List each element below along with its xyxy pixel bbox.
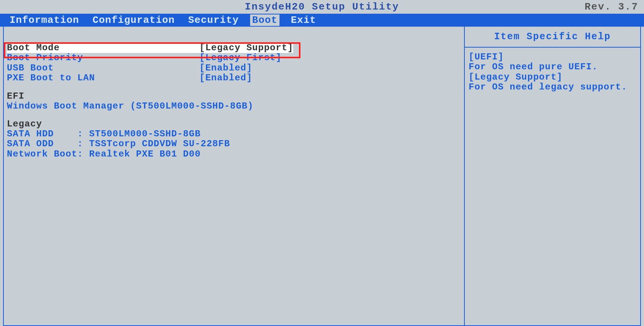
title-bar: InsydeH20 Setup Utility Rev. 3.7 [0, 0, 644, 14]
setting-label: Boot Mode [7, 43, 199, 53]
help-line: [UEFI] [469, 52, 636, 62]
help-line: [Legacy Support] [469, 72, 636, 82]
setting-pxe-boot[interactable]: PXE Boot to LAN [Enabled] [7, 73, 461, 83]
setting-label: USB Boot [7, 63, 199, 73]
setting-label: Boot Priority [7, 53, 199, 63]
help-panel: Item Specific Help [UEFI] For OS need pu… [465, 27, 640, 325]
main-area: Boot Mode [Legacy Support] Boot Priority… [3, 27, 641, 326]
legacy-device-sata-odd[interactable]: SATA ODD : TSSTcorp CDDVDW SU-228FB [7, 139, 461, 149]
legacy-device-sata-hdd[interactable]: SATA HDD : ST500LM000-SSHD-8GB [7, 129, 461, 139]
setting-boot-mode[interactable]: Boot Mode [Legacy Support] [7, 43, 461, 53]
setting-label: PXE Boot to LAN [7, 73, 199, 83]
efi-device-entry[interactable]: Windows Boot Manager (ST500LM000-SSHD-8G… [7, 101, 461, 111]
settings-panel: Boot Mode [Legacy Support] Boot Priority… [4, 27, 465, 325]
menu-item-configuration[interactable]: Configuration [91, 14, 177, 26]
revision-label: Rev. 3.7 [585, 1, 638, 13]
help-content: [UEFI] For OS need pure UEFI. [Legacy Su… [465, 48, 640, 97]
setting-value: [Enabled] [199, 73, 252, 83]
menu-item-security[interactable]: Security [186, 14, 241, 26]
legacy-device-network[interactable]: Network Boot: Realtek PXE B01 D00 [7, 149, 461, 159]
menu-bar: Information Configuration Security Boot … [0, 14, 644, 27]
setting-value: [Legacy Support] [199, 43, 293, 53]
setting-usb-boot[interactable]: USB Boot [Enabled] [7, 63, 461, 73]
help-line: For OS need legacy support. [469, 82, 636, 92]
help-line: For OS need pure UEFI. [469, 62, 636, 72]
legacy-section-header: Legacy [7, 119, 461, 129]
setting-boot-priority[interactable]: Boot Priority [Legacy First] [7, 53, 461, 63]
menu-item-information[interactable]: Information [8, 14, 81, 26]
setting-value: [Legacy First] [199, 53, 282, 63]
setting-value: [Enabled] [199, 63, 252, 73]
efi-section-header: EFI [7, 91, 461, 101]
help-title: Item Specific Help [465, 27, 640, 48]
menu-item-boot[interactable]: Boot [250, 14, 279, 26]
utility-title: InsydeH20 Setup Utility [245, 1, 399, 13]
menu-item-exit[interactable]: Exit [289, 14, 318, 26]
